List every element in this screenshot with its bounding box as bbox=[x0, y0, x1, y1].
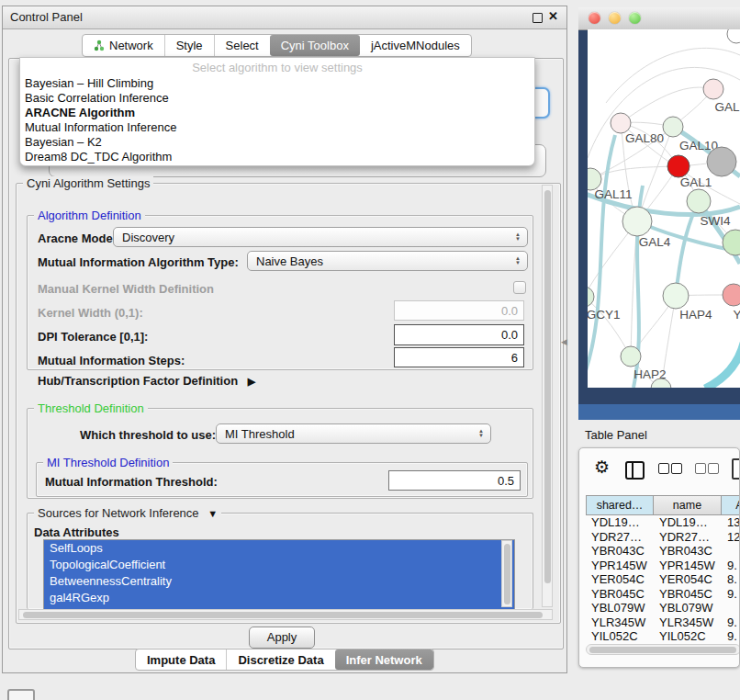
network-node-label: Y bbox=[733, 308, 740, 322]
data-attributes-list[interactable]: SelfLoopsTopologicalCoefficientBetweenne… bbox=[43, 539, 515, 610]
close-traffic-light-icon[interactable] bbox=[589, 12, 600, 24]
network-node-y[interactable] bbox=[723, 284, 740, 306]
settings-hscrollbar-thumb[interactable] bbox=[23, 612, 543, 618]
list-vertical-scrollbar[interactable] bbox=[501, 540, 512, 607]
data-attribute-item[interactable]: SelfLoops bbox=[44, 540, 514, 557]
bottom-tab-label: Infer Network bbox=[346, 653, 422, 667]
tab-network[interactable]: Network bbox=[83, 35, 164, 56]
data-attributes-label: Data Attributes bbox=[34, 525, 119, 539]
dpi-tolerance-field[interactable]: 0.0 bbox=[394, 324, 524, 345]
algorithm-option[interactable]: ARACNE Algorithm bbox=[20, 106, 534, 120]
table-cell: YDR27… bbox=[654, 530, 722, 545]
table-cell: YIL052C bbox=[586, 629, 654, 643]
network-node-label: GAL11 bbox=[594, 187, 632, 201]
table-column-header[interactable]: A bbox=[722, 495, 740, 515]
network-node-label: GCY1 bbox=[588, 308, 620, 322]
network-node[interactable] bbox=[707, 147, 736, 176]
close-icon[interactable]: ✕ bbox=[548, 9, 558, 23]
network-node-swi4[interactable] bbox=[687, 189, 711, 213]
algorithm-option[interactable]: Dream8 DC_TDC Algorithm bbox=[20, 150, 534, 164]
which-threshold-combo[interactable]: MI Threshold ▲▼ bbox=[216, 423, 491, 444]
minimize-traffic-light-icon[interactable] bbox=[609, 12, 621, 24]
table-row[interactable]: YDL19…YDL19…13 bbox=[586, 515, 740, 530]
table-header-row: shared…nameA bbox=[586, 495, 740, 515]
data-attribute-item[interactable]: TopologicalCoefficient bbox=[44, 557, 514, 573]
network-node-gal4[interactable] bbox=[622, 207, 652, 236]
tab-label: Style bbox=[176, 39, 203, 52]
sources-toggle[interactable]: Sources for Network Inference ▼ bbox=[34, 506, 221, 520]
deselect-all-checkbox-icon[interactable] bbox=[708, 463, 719, 474]
bottom-tab-impute-data[interactable]: Impute Data bbox=[136, 649, 226, 670]
network-nodes[interactable]: GALGAL80GAL10GAL1GAL11SWI4GAL4GCY1HAP4YH… bbox=[588, 29, 740, 388]
bottom-tab-infer-network[interactable]: Infer Network bbox=[335, 649, 433, 670]
network-node-hap2[interactable] bbox=[621, 346, 641, 367]
network-node-gal[interactable] bbox=[703, 79, 723, 99]
table-row[interactable]: YIL052CYIL052C9. bbox=[586, 629, 740, 643]
table-column-header[interactable]: name bbox=[654, 495, 722, 515]
minimized-panel-icon[interactable] bbox=[7, 689, 35, 700]
table-row[interactable]: YBR043CYBR043C bbox=[586, 544, 740, 559]
select-all-checkbox-icon[interactable] bbox=[671, 463, 682, 474]
gear-icon[interactable]: ⚙ bbox=[594, 457, 610, 478]
table-cell: YIL052C bbox=[654, 629, 722, 643]
tab-jactivemnodules[interactable]: jActiveMNodules bbox=[360, 35, 471, 56]
network-window-titlebar[interactable] bbox=[578, 7, 740, 30]
table-cell: YLR345W bbox=[586, 615, 654, 630]
column-visibility-icon[interactable] bbox=[625, 461, 645, 480]
zoom-traffic-light-icon[interactable] bbox=[629, 12, 641, 24]
hub-section-toggle[interactable]: Hub/Transcription Factor Definition ▶ bbox=[38, 374, 255, 388]
export-table-icon[interactable] bbox=[732, 458, 740, 480]
table-row[interactable]: YDR27…YDR27…12 bbox=[586, 530, 740, 545]
control-panel-titlebar[interactable]: Control Panel ✕ bbox=[3, 6, 566, 29]
table-row[interactable]: YBL079WYBL079W bbox=[586, 601, 740, 615]
algorithm-option[interactable]: Bayesian – K2 bbox=[20, 135, 534, 150]
kernel-width-field[interactable]: 0.0 bbox=[394, 300, 524, 321]
mi-steps-field[interactable]: 6 bbox=[394, 347, 524, 367]
table-row[interactable]: YER054CYER054C8. bbox=[586, 572, 740, 587]
table-horizontal-scrollbar[interactable] bbox=[586, 644, 740, 655]
settings-vscrollbar-thumb[interactable] bbox=[544, 190, 551, 583]
app-background: Control Panel ✕ NetworkStyleSelectCyni T… bbox=[0, 0, 740, 700]
table-row[interactable]: YBR045CYBR045C9. bbox=[586, 587, 740, 602]
tab-style[interactable]: Style bbox=[164, 35, 214, 56]
network-node-gal10[interactable] bbox=[663, 117, 683, 137]
network-frame-footer bbox=[578, 404, 740, 420]
table-row[interactable]: YPR145WYPR145W9. bbox=[586, 559, 740, 573]
select-all-checkbox-icon[interactable] bbox=[658, 463, 669, 474]
data-attribute-item[interactable]: BetweennessCentrality bbox=[44, 573, 514, 590]
network-node-label: GAL1 bbox=[680, 175, 712, 189]
aracne-mode-combo[interactable]: Discovery ▲▼ bbox=[113, 227, 528, 247]
tab-cyni-toolbox[interactable]: Cyni Toolbox bbox=[270, 35, 360, 56]
settings-vertical-scrollbar[interactable] bbox=[542, 185, 553, 607]
list-scrollbar-thumb[interactable] bbox=[504, 544, 510, 604]
bottom-tab-discretize-data[interactable]: Discretize Data bbox=[226, 649, 334, 670]
algorithm-option[interactable]: Bayesian – Hill Climbing bbox=[20, 76, 534, 91]
algorithm-option[interactable]: Mutual Information Inference bbox=[20, 120, 534, 135]
table-row[interactable]: YLR345WYLR345W9. bbox=[586, 615, 740, 630]
network-node-gal80[interactable] bbox=[611, 113, 631, 133]
mi-threshold-field[interactable]: 0.5 bbox=[388, 470, 521, 491]
deselect-all-checkbox-icon[interactable] bbox=[695, 463, 706, 474]
network-node-gcy1[interactable] bbox=[588, 287, 594, 307]
algorithm-option[interactable]: Basic Correlation Inference bbox=[20, 91, 534, 106]
combo-arrows-icon: ▲▼ bbox=[474, 429, 490, 438]
mi-type-combo[interactable]: Naive Bayes ▲▼ bbox=[247, 251, 528, 271]
splitter-collapse-icon[interactable]: ◀ bbox=[561, 337, 567, 346]
manual-kernel-checkbox[interactable] bbox=[513, 281, 526, 294]
mi-threshold-label: Mutual Information Threshold: bbox=[45, 475, 218, 489]
network-canvas[interactable]: GALGAL80GAL10GAL1GAL11SWI4GAL4GCY1HAP4YH… bbox=[588, 29, 740, 388]
network-node-hap4[interactable] bbox=[663, 283, 689, 309]
tab-select[interactable]: Select bbox=[214, 35, 270, 56]
network-node[interactable] bbox=[727, 29, 740, 43]
apply-button[interactable]: Apply bbox=[249, 627, 315, 649]
hub-section-label: Hub/Transcription Factor Definition bbox=[38, 374, 238, 388]
data-attribute-item[interactable]: gal4RGexp bbox=[44, 590, 514, 606]
settings-horizontal-scrollbar[interactable] bbox=[18, 609, 553, 620]
tab-label: jActiveMNodules bbox=[371, 39, 460, 52]
network-node-gal1[interactable] bbox=[667, 155, 690, 177]
float-window-icon[interactable] bbox=[533, 13, 543, 23]
bottom-tab-label: Impute Data bbox=[147, 653, 215, 667]
network-node[interactable] bbox=[723, 230, 740, 255]
table-hscrollbar-thumb[interactable] bbox=[589, 647, 736, 653]
table-column-header[interactable]: shared… bbox=[586, 495, 654, 515]
